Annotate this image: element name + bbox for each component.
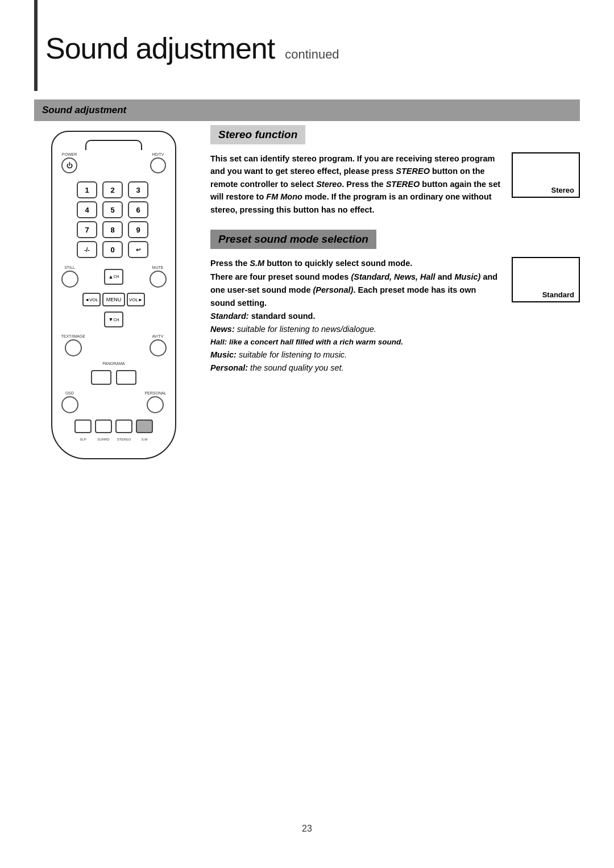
mute-label: MUTE — [152, 265, 164, 269]
preset-text: Press the S.M button to quickly select s… — [210, 257, 503, 375]
preset-function-heading: Preset sound mode selection — [210, 230, 376, 249]
main-content: POWER ⏻ HD/TV 1 2 3 4 5 6 7 8 9 -/- — [34, 125, 580, 459]
sm-button[interactable] — [136, 420, 153, 433]
ch-down-row: ▼CH — [104, 312, 123, 327]
num-4-button[interactable]: 4 — [77, 201, 97, 218]
numpad: 1 2 3 4 5 6 7 8 9 -/- 0 ↩ — [77, 181, 151, 258]
panorama-btn-2[interactable] — [116, 370, 136, 385]
sm-label: S.M — [136, 438, 153, 441]
stereo-section: Stereo function This set can identify st… — [210, 125, 580, 216]
num-dash-button[interactable]: -/- — [77, 241, 97, 258]
remote-control: POWER ⏻ HD/TV 1 2 3 4 5 6 7 8 9 -/- — [51, 131, 176, 459]
preset-image-box: Standard — [512, 257, 580, 302]
text-avtv-row: TEXT/IMAGE AV/TV — [61, 334, 167, 356]
surrd-label: SURRD — [95, 438, 112, 441]
hdtv-label: HD/TV — [152, 152, 164, 156]
vol-left-button[interactable]: ◄VOL — [82, 293, 101, 306]
still-label: STILL — [64, 265, 75, 269]
num-2-button[interactable]: 2 — [102, 181, 123, 198]
avtv-button[interactable] — [150, 339, 167, 356]
still-ch-mute-row: STILL ▲CH MUTE — [61, 265, 167, 288]
section-header-title: Sound adjustment — [42, 105, 126, 116]
num-0-button[interactable]: 0 — [102, 241, 123, 258]
preset-text-area: Press the S.M button to quickly select s… — [210, 257, 580, 375]
menu-button[interactable]: MENU — [102, 293, 125, 306]
hdtv-button[interactable] — [150, 157, 166, 173]
osd-label: OSD — [65, 391, 74, 395]
num-6-button[interactable]: 6 — [128, 201, 148, 218]
right-content-col: Stereo function This set can identify st… — [193, 125, 580, 459]
page-header: Sound adjustment continued — [45, 31, 339, 65]
num-5-button[interactable]: 5 — [102, 201, 123, 218]
surrd-button[interactable] — [95, 420, 112, 433]
num-8-button[interactable]: 8 — [102, 221, 123, 238]
text-image-button[interactable] — [65, 339, 82, 356]
vol-right-button[interactable]: VOL► — [127, 293, 145, 306]
vol-menu-row: ◄VOL MENU VOL► — [82, 293, 145, 306]
slp-button[interactable] — [74, 420, 92, 433]
remote-top-row: POWER ⏻ HD/TV — [61, 152, 166, 173]
power-button[interactable]: ⏻ — [61, 157, 77, 173]
num-3-button[interactable]: 3 — [128, 181, 148, 198]
bottom-buttons-row — [63, 420, 165, 433]
stereo-image-box: Stereo — [512, 152, 580, 198]
page-number: 23 — [302, 824, 312, 834]
text-image-label: TEXT/IMAGE — [61, 334, 85, 338]
mute-button[interactable] — [150, 271, 167, 288]
personal-button[interactable] — [147, 396, 164, 413]
power-label: POWER — [62, 152, 77, 156]
num-1-button[interactable]: 1 — [77, 181, 97, 198]
personal-label: PERSONAL — [144, 391, 166, 395]
panorama-btn-1[interactable] — [91, 370, 111, 385]
still-button[interactable] — [61, 271, 78, 288]
avtv-label: AV/TV — [152, 334, 164, 338]
bottom-labels-row: SLP SURRD STEREO S.M — [63, 438, 165, 441]
panorama-row — [63, 370, 165, 385]
preset-box-label: Standard — [542, 290, 574, 299]
stereo-text: This set can identify stereo program. If… — [210, 152, 503, 216]
ch-down-button[interactable]: ▼CH — [104, 312, 123, 327]
num-7-button[interactable]: 7 — [77, 221, 97, 238]
section-header-bar: Sound adjustment — [34, 99, 580, 121]
preset-section: Preset sound mode selection Press the S.… — [210, 230, 580, 375]
remote-control-col: POWER ⏻ HD/TV 1 2 3 4 5 6 7 8 9 -/- — [34, 125, 193, 459]
slp-label: SLP — [74, 438, 92, 441]
stereo-box-label: Stereo — [551, 186, 574, 194]
left-bar — [34, 0, 38, 91]
stereo-function-heading: Stereo function — [210, 125, 305, 144]
num-9-button[interactable]: 9 — [128, 221, 148, 238]
panorama-label-row: PANORAMA — [102, 362, 125, 366]
stereo-text-area: This set can identify stereo program. If… — [210, 152, 580, 216]
page-title: Sound adjustment — [45, 31, 275, 65]
remote-handle — [85, 140, 142, 150]
osd-button[interactable] — [61, 396, 78, 413]
stereo-button[interactable] — [115, 420, 132, 433]
return-button[interactable]: ↩ — [128, 241, 148, 258]
osd-personal-row: OSD PERSONAL — [61, 391, 167, 413]
stereo-btn-label: STEREO — [115, 438, 132, 441]
panorama-label: PANORAMA — [102, 362, 125, 366]
ch-up-button[interactable]: ▲CH — [104, 269, 123, 285]
page-subtitle: continued — [285, 47, 339, 62]
